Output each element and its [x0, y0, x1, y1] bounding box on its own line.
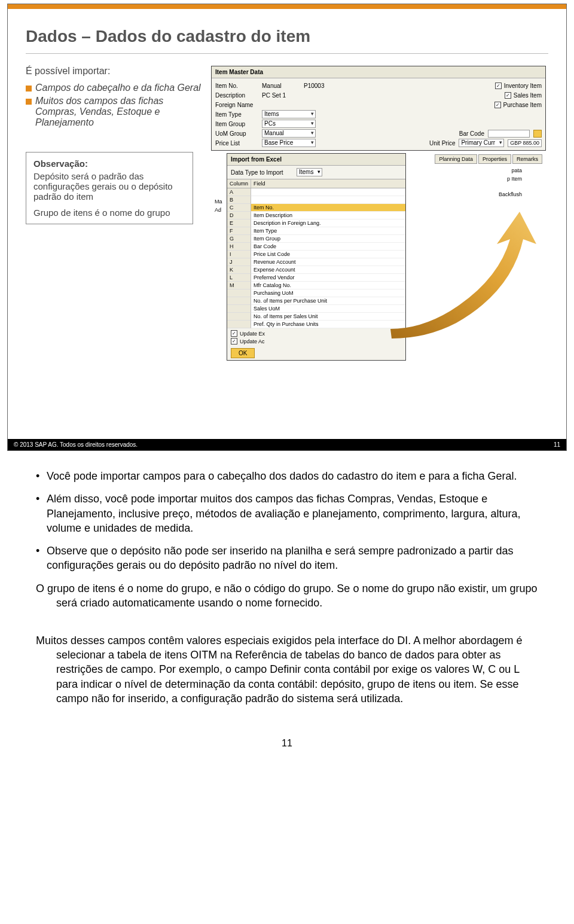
import-col-letter: H	[227, 243, 251, 251]
import-row[interactable]: FItem Type	[227, 227, 405, 235]
import-row[interactable]: LPreferred Vendor	[227, 274, 405, 282]
import-col-letter: B	[227, 196, 251, 204]
slide-card: Dados – Dados do cadastro do item É poss…	[7, 4, 567, 451]
curved-arrow-icon	[384, 209, 540, 341]
item-no-mode: Manual	[262, 83, 304, 89]
label-uom-group: UoM Group	[215, 130, 262, 137]
bullet-2: Muitos dos campos das fichas Compras, Ve…	[26, 96, 205, 128]
note-bullet-3: • Observe que o depósito não pode ser in…	[36, 544, 538, 573]
import-field-name: Item Group	[251, 235, 405, 243]
bar-code-input[interactable]	[488, 130, 530, 138]
note-text-1: Você pode importar campos para o cabeçal…	[47, 469, 517, 483]
import-row[interactable]: No. of Items per Sales Unit	[227, 313, 405, 321]
copyright: © 2013 SAP AG. Todos os direitos reserva…	[14, 441, 138, 448]
check-inventory: Inventory Item	[504, 83, 542, 89]
checkbox-icon[interactable]: ✓	[231, 338, 237, 344]
import-col-letter	[227, 313, 251, 321]
combo-uom-group[interactable]: Manual	[262, 129, 316, 138]
divider	[26, 53, 548, 54]
import-row[interactable]: EDescription in Foreign Lang.	[227, 219, 405, 227]
label-foreign-name: Foreign Name	[215, 102, 262, 108]
lookup-button[interactable]	[533, 130, 542, 138]
description-value: PC Set 1	[262, 92, 286, 99]
import-field-name	[251, 188, 405, 196]
import-row[interactable]: Pref. Qty in Purchase Units	[227, 321, 405, 328]
intro-text: É possível importar:	[26, 66, 205, 77]
import-row[interactable]: IPrice List Code	[227, 251, 405, 258]
label-item-no: Item No.	[215, 83, 262, 89]
combo-item-group[interactable]: PCs	[262, 120, 316, 128]
import-row[interactable]: CItem No.	[227, 204, 405, 212]
import-field-name: Pref. Qty in Purchase Units	[251, 321, 405, 328]
fragment-pata: pata	[499, 167, 522, 173]
checkbox-icon[interactable]: ✓	[231, 330, 237, 337]
import-col-letter: M	[227, 282, 251, 289]
fragment-item: p Item	[499, 176, 522, 182]
import-col-letter: D	[227, 212, 251, 219]
checkbox-icon[interactable]: ✓	[494, 102, 501, 108]
price-value[interactable]: GBP 885.00	[508, 139, 542, 147]
note-body-1: Depósito será o padrão das configurações…	[33, 171, 185, 202]
tab-planning[interactable]: Planning Data	[435, 154, 477, 164]
import-col-letter: G	[227, 235, 251, 243]
combo-price-list[interactable]: Base Price	[262, 139, 316, 147]
notes-section: • Você pode importar campos para o cabeç…	[0, 451, 574, 720]
side-fragment-text: pata p Item Backflush	[499, 167, 522, 200]
note-body-2: Grupo de itens é o nome do grupo	[33, 208, 185, 218]
import-row[interactable]: KExpense Account	[227, 266, 405, 274]
import-row[interactable]: HBar Code	[227, 243, 405, 251]
import-row[interactable]: JRevenue Account	[227, 258, 405, 266]
import-field-name: Bar Code	[251, 243, 405, 251]
import-col-letter: I	[227, 251, 251, 258]
import-row[interactable]: A	[227, 188, 405, 196]
tab-properties[interactable]: Properties	[478, 154, 511, 164]
import-row[interactable]: No. of Items per Purchase Unit	[227, 297, 405, 305]
import-field-name: Sales UoM	[251, 305, 405, 313]
import-row[interactable]: MMfr Catalog No.	[227, 282, 405, 289]
import-field-name: Preferred Vendor	[251, 274, 405, 282]
label-item-type: Item Type	[215, 111, 262, 118]
import-field-name: Description in Foreign Lang.	[251, 219, 405, 227]
import-col-letter: J	[227, 258, 251, 266]
label-description: Description	[215, 92, 262, 99]
note-box: Observação: Depósito será o padrão das c…	[26, 152, 193, 224]
import-col-letter: K	[227, 266, 251, 274]
footer-bar: © 2013 SAP AG. Todos os direitos reserva…	[8, 439, 566, 450]
check-update-ex: Update Ex	[240, 331, 265, 337]
tab-remarks[interactable]: Remarks	[512, 154, 542, 164]
import-field-name: No. of Items per Purchase Unit	[251, 297, 405, 305]
note-text-2: Além disso, você pode importar muitos do…	[47, 492, 538, 535]
import-row[interactable]: GItem Group	[227, 235, 405, 243]
label-item-group: Item Group	[215, 121, 262, 127]
import-title: Import from Excel	[227, 154, 405, 166]
import-window: Import from Excel Data Type to Import It…	[227, 153, 406, 361]
bullet-2-text: Muitos dos campos das fichas Compras, Ve…	[35, 96, 205, 128]
ok-button[interactable]: OK	[231, 348, 255, 358]
import-row[interactable]: DItem Description	[227, 212, 405, 219]
checkbox-icon[interactable]: ✓	[495, 83, 502, 89]
import-col-letter	[227, 321, 251, 328]
import-row[interactable]: Sales UoM	[227, 305, 405, 313]
combo-item-type[interactable]: Items	[262, 110, 316, 118]
head-column: Column	[227, 179, 251, 188]
import-field-name: Item Description	[251, 212, 405, 219]
note-bullet-2: • Além disso, você pode importar muitos …	[36, 492, 538, 535]
page-number: 11	[0, 720, 574, 755]
import-field-name: Item No.	[251, 204, 405, 212]
label-price-list: Price List	[215, 140, 262, 147]
import-row[interactable]: B	[227, 196, 405, 204]
slide-title: Dados – Dados do cadastro do item	[26, 27, 548, 46]
combo-data-type[interactable]: Items	[297, 168, 322, 176]
note-title: Observação:	[33, 158, 185, 169]
checkbox-icon[interactable]: ✓	[505, 92, 511, 99]
left-column: É possível importar: Campos do cabeçalho…	[26, 66, 205, 224]
right-column: Item Master Data Item No. Manual P10003 …	[211, 66, 548, 224]
fragment-backflush: Backflush	[499, 191, 522, 197]
combo-primary-curr[interactable]: Primary Curr	[459, 139, 504, 147]
import-col-letter	[227, 297, 251, 305]
import-row[interactable]: Purchasing UoM	[227, 289, 405, 297]
check-update-ac: Update Ac	[240, 339, 265, 344]
fragment-ad: Ad	[215, 207, 221, 213]
import-col-letter: L	[227, 274, 251, 282]
import-col-letter: E	[227, 219, 251, 227]
